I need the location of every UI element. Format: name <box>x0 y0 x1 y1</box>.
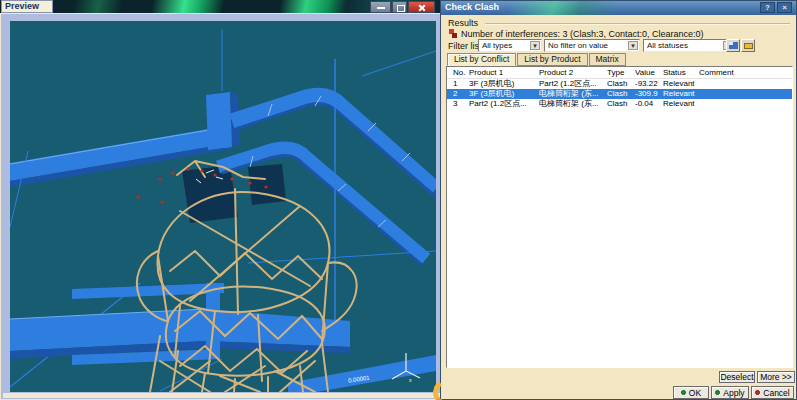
ok-button[interactable]: OK <box>673 386 709 399</box>
ok-icon <box>681 390 686 395</box>
check-clash-dialog: Check Clash ? × Results Number of interf… <box>440 0 797 400</box>
column-header-comment[interactable]: Comment <box>699 67 792 78</box>
column-header-no[interactable]: No. <box>447 67 469 78</box>
visualization-window-button[interactable] <box>726 39 740 52</box>
chevron-down-icon[interactable]: ▾ <box>628 41 638 50</box>
cell-status: Relevant <box>663 79 699 89</box>
apply-label: Apply <box>723 388 744 398</box>
cancel-icon <box>755 390 760 395</box>
apply-button[interactable]: Apply <box>711 386 749 399</box>
preview-window-title[interactable]: Preview <box>1 0 53 13</box>
cell-product2: Part2 (1.2区点... <box>539 79 607 89</box>
preview-frame-bottom <box>3 393 440 398</box>
cell-no: 2 <box>447 89 469 99</box>
interference-summary: Number of interferences: 3 (Clash:3, Con… <box>461 29 704 39</box>
value-filter-dropdown[interactable]: No filter on value ▾ <box>544 39 640 52</box>
cell-product1: 3F (3层机电) <box>469 79 539 89</box>
clash-count-icon <box>449 29 457 39</box>
preview-window-controls <box>370 1 435 13</box>
dialog-body: Results Number of interferences: 3 (Clas… <box>441 15 796 399</box>
cell-value: -309.9 <box>635 89 663 99</box>
type-filter-value: All types <box>482 41 512 50</box>
minimize-button[interactable] <box>370 1 391 13</box>
type-filter-dropdown[interactable]: All types ▾ <box>478 39 542 52</box>
cell-product2: 电梯筒桁架 (东... <box>539 89 607 99</box>
clash-results-table[interactable]: No.Product 1Product 2TypeValueStatusComm… <box>446 66 793 368</box>
cell-comment <box>699 79 792 89</box>
column-header-status[interactable]: Status <box>663 67 699 78</box>
cell-no: 1 <box>447 79 469 89</box>
cell-status: Relevant <box>663 99 699 109</box>
cell-type: Clash <box>607 89 635 99</box>
cancel-button[interactable]: Cancel <box>751 386 794 399</box>
cell-value: -93.22 <box>635 79 663 89</box>
tab-matrix[interactable]: Matrix <box>589 53 626 66</box>
status-filter-dropdown[interactable]: All statuses ▾ <box>643 39 735 52</box>
column-header-product2[interactable]: Product 2 <box>539 67 607 78</box>
titlebar-reflection <box>499 1 629 15</box>
help-icon[interactable]: ? <box>760 2 775 13</box>
export-results-button[interactable] <box>741 39 755 52</box>
apply-icon <box>715 390 720 395</box>
cell-comment <box>699 99 792 109</box>
preview-window: 0.00001 <box>0 13 441 400</box>
clash-row-1[interactable]: 13F (3层机电)Part2 (1.2区点...Clash-93.22Rele… <box>447 79 792 89</box>
value-filter-value: No filter on value <box>548 41 608 50</box>
interference-summary-row: Number of interferences: 3 (Clash:3, Con… <box>449 28 704 39</box>
viewport-3d-canvas[interactable]: 0.00001 <box>10 21 436 392</box>
close-icon[interactable]: × <box>777 2 792 13</box>
filter-row: Filter list: All types ▾ No filter on va… <box>441 39 796 53</box>
status-filter-value: All statuses <box>647 41 688 50</box>
cell-comment <box>699 89 792 99</box>
tab-row: List by ConflictList by ProductMatrix <box>447 53 627 66</box>
dialog-titlebar[interactable]: Check Clash ? × <box>441 1 796 15</box>
chevron-down-icon[interactable]: ▾ <box>530 41 540 50</box>
cell-status: Relevant <box>663 89 699 99</box>
column-header-product1[interactable]: Product 1 <box>469 67 539 78</box>
background-streak <box>70 0 125 14</box>
cell-type: Clash <box>607 79 635 89</box>
ok-label: OK <box>689 388 701 398</box>
results-group-label: Results <box>448 18 478 28</box>
close-icon[interactable] <box>408 1 435 13</box>
cell-value: -0.04 <box>635 99 663 109</box>
clash-row-3[interactable]: 3Part2 (1.2区点...电梯筒桁架 (东...Clash-0.04Rel… <box>447 99 792 109</box>
clash-row-2[interactable]: 23F (3层机电)电梯筒桁架 (东...Clash-309.9Relevant <box>447 89 792 99</box>
cell-no: 3 <box>447 99 469 109</box>
axis-label: x <box>409 377 412 383</box>
column-header-type[interactable]: Type <box>607 67 635 78</box>
cell-product1: 3F (3层机电) <box>469 89 539 99</box>
more-button[interactable]: More >> <box>757 371 795 383</box>
cancel-label: Cancel <box>763 388 789 398</box>
cell-type: Clash <box>607 99 635 109</box>
viewport-scene: 0.00001 <box>10 21 436 392</box>
dialog-title: Check Clash <box>445 2 499 12</box>
tab-list-by-product[interactable]: List by Product <box>517 53 587 66</box>
background-streak <box>278 0 348 14</box>
background-streak <box>150 0 225 14</box>
tab-list-by-conflict[interactable]: List by Conflict <box>447 53 516 66</box>
cell-product1: Part2 (1.2区点... <box>469 99 539 109</box>
table-header: No.Product 1Product 2TypeValueStatusComm… <box>447 67 792 79</box>
table-rows: 13F (3层机电)Part2 (1.2区点...Clash-93.22Rele… <box>447 79 792 109</box>
deselect-button[interactable]: Deselect <box>719 371 755 383</box>
maximize-button[interactable] <box>392 1 407 13</box>
group-divider <box>485 23 790 25</box>
cell-product2: 电梯筒桁架 (东... <box>539 99 607 109</box>
column-header-value[interactable]: Value <box>635 67 663 78</box>
